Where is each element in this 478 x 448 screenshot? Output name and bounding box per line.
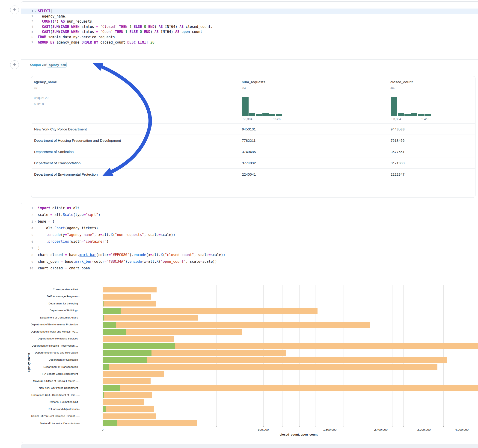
histogram-max-label: 9.5e6	[273, 117, 281, 121]
histogram-bar	[418, 114, 424, 116]
table-cell: Department of Sanitation	[34, 146, 74, 157]
code-line[interactable]: 3 COUNT(*) AS num_requests,	[21, 19, 478, 24]
open-count-bar[interactable]	[103, 364, 109, 370]
code-line[interactable]: 7GROUP BY agency_name ORDER BY closed_co…	[21, 40, 478, 45]
next-cell-edge[interactable]	[21, 444, 478, 448]
code-text: CAST(SUM(CASE WHEN status = 'Closed' THE…	[37, 25, 213, 29]
sql-editor[interactable]: 1∨SELECT2 agency_name,3 COUNT(*) AS num_…	[21, 8, 478, 45]
column-header[interactable]: closed_count	[390, 80, 413, 84]
table-row[interactable]: Department of Transportation377489234719…	[31, 157, 475, 169]
open-count-bar[interactable]	[103, 406, 106, 412]
code-line[interactable]: 9chart_open = base.mark_bar(color="#8BC3…	[21, 258, 478, 265]
closed-count-bar[interactable]	[103, 308, 318, 314]
closed-count-bar[interactable]	[103, 371, 164, 377]
table-cell: Department of Housing Preservation and D…	[34, 135, 121, 146]
code-line[interactable]: 4 CAST(SUM(CASE WHEN status = 'Closed' T…	[21, 24, 478, 30]
sql-cell-card: 1∨SELECT2 agency_name,3 COUNT(*) AS num_…	[21, 1, 478, 60]
column-header[interactable]: num_requests	[242, 80, 265, 84]
closed-count-bar[interactable]	[103, 301, 156, 306]
table-row[interactable]: New York City Police Department945313194…	[31, 123, 475, 135]
code-text: chart_closed = base.mark_bar(color="#FFC…	[37, 253, 225, 257]
open-count-bar[interactable]	[103, 392, 104, 398]
closed-count-bar[interactable]	[103, 357, 447, 363]
closed-count-bar[interactable]	[103, 413, 156, 419]
line-number: 7	[21, 40, 37, 45]
line-number: 7	[21, 245, 37, 252]
code-text: .encode(y="agency_name", x=alt.X("num_re…	[37, 233, 175, 237]
closed-count-bar[interactable]	[103, 364, 437, 370]
code-text: chart_closed + chart_open	[37, 266, 90, 270]
open-count-bar[interactable]	[103, 322, 116, 328]
code-line[interactable]: 6 .properties(width="container")	[21, 238, 478, 245]
open-count-bar[interactable]	[103, 420, 117, 426]
histogram-bar	[411, 113, 417, 116]
code-line[interactable]: 1import altair as alt	[21, 205, 478, 212]
open-count-bar[interactable]	[103, 350, 151, 356]
line-number: 2	[21, 14, 37, 19]
closed-count-bar[interactable]	[103, 294, 151, 300]
line-number: 6	[21, 238, 37, 245]
open-count-bar[interactable]	[103, 315, 104, 321]
column-header[interactable]: agency_name	[34, 80, 57, 84]
table-cell: Department of Transportation	[34, 157, 81, 169]
histogram-bar	[269, 114, 275, 116]
closed-count-bar[interactable]	[103, 378, 151, 384]
histogram-bar	[398, 113, 404, 116]
code-line[interactable]: 7)	[21, 245, 478, 252]
closed-count-bar[interactable]	[103, 392, 152, 398]
closed-count-bar[interactable]	[103, 399, 144, 405]
code-line[interactable]: 10chart_closed + chart_open	[21, 265, 478, 272]
python-editor[interactable]: 1import altair as alt2scale = alt.Scale(…	[21, 205, 478, 272]
code-line[interactable]: 5 CAST(SUM(CASE WHEN status = 'Open' THE…	[21, 29, 478, 35]
text-cursor	[51, 9, 51, 13]
add-cell-button-2[interactable]: +	[10, 60, 19, 69]
closed-count-bar[interactable]	[103, 315, 198, 321]
code-line[interactable]: 3∨base = (	[21, 218, 478, 225]
line-number: 9	[21, 258, 37, 265]
code-text: alt.Chart(agency_tickets)	[37, 226, 98, 230]
closed-count-bar[interactable]	[103, 385, 478, 391]
code-line[interactable]: 2scale = alt.Scale(type="sqrt")	[21, 212, 478, 218]
closed-count-bar[interactable]	[103, 287, 157, 292]
closed-count-bar[interactable]	[103, 322, 370, 328]
open-count-bar[interactable]	[103, 343, 175, 349]
open-count-bar[interactable]	[103, 357, 147, 363]
code-line[interactable]: 1∨SELECT	[21, 8, 478, 14]
open-count-bar[interactable]	[103, 329, 126, 335]
closed-count-bar[interactable]	[103, 336, 174, 342]
line-number: 6	[21, 35, 37, 40]
fold-chevron-icon[interactable]: ∨	[35, 218, 36, 225]
code-text: chart_open = base.mark_bar(color="#8BC34…	[37, 260, 217, 264]
line-number: 10	[21, 265, 37, 272]
result-table-card: agency_namestrunique: 20nulls: 0num_requ…	[31, 76, 475, 198]
open-count-bar[interactable]	[103, 294, 103, 300]
code-text: CAST(SUM(CASE WHEN status = 'Open' THEN …	[37, 30, 202, 34]
code-line[interactable]: 6FROM sample_data.nyc.service_requests	[21, 35, 478, 40]
open-count-bar[interactable]	[103, 301, 104, 306]
table-row[interactable]: Department of Environmental Protection22…	[31, 168, 475, 180]
table-row[interactable]: Department of Housing Preservation and D…	[31, 135, 475, 146]
fold-chevron-icon[interactable]: ∨	[35, 9, 36, 14]
code-text: import altair as alt	[37, 206, 80, 210]
closed-count-bar[interactable]	[103, 406, 154, 412]
line-number: 5	[21, 29, 37, 35]
table-cell: 3774892	[242, 157, 256, 169]
table-cell: 3471908	[391, 157, 404, 169]
line-number: 5	[21, 232, 37, 238]
open-count-bar[interactable]	[103, 385, 120, 391]
table-cell: 3749485	[242, 146, 256, 157]
code-line[interactable]: 8chart_closed = base.mark_bar(color="#FF…	[21, 252, 478, 258]
table-cell: 2240041	[242, 169, 256, 180]
table-cell: 7618456	[391, 135, 404, 146]
open-count-bar[interactable]	[103, 308, 121, 314]
column-type: i64	[390, 87, 395, 90]
table-row[interactable]: Department of Sanitation37494853677651	[31, 146, 475, 157]
output-variable-pill[interactable]: agency_tickets	[47, 62, 67, 68]
code-line[interactable]: 2 agency_name,	[21, 14, 478, 19]
add-cell-button[interactable]: +	[10, 6, 19, 14]
histogram-bar	[249, 113, 255, 116]
code-text: )	[37, 246, 40, 250]
histogram-bar	[391, 97, 397, 116]
code-line[interactable]: 5 .encode(y="agency_name", x=alt.X("num_…	[21, 232, 478, 238]
code-line[interactable]: 4 alt.Chart(agency_tickets)	[21, 225, 478, 232]
